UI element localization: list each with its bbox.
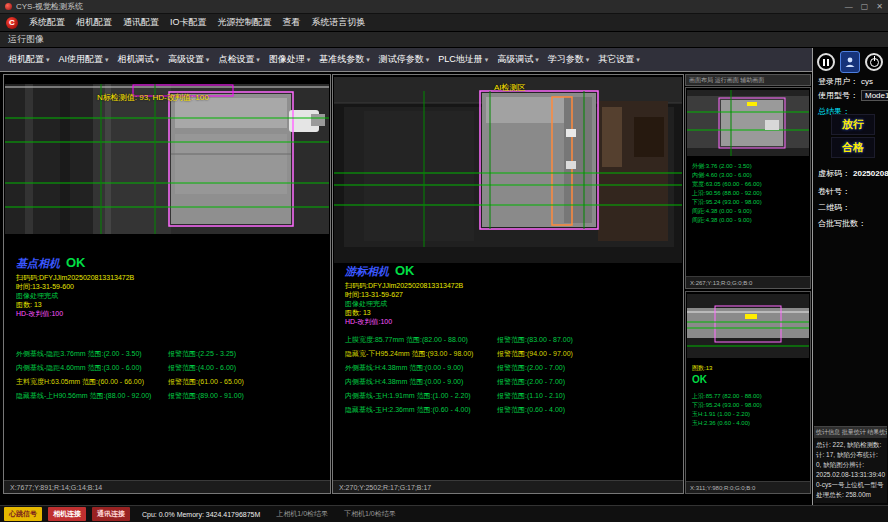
tab-other-settings[interactable]: 其它设置	[594, 51, 643, 68]
left-overlay-label: N标检测值: 93, HD-改判值: 100	[97, 92, 209, 103]
aux-measurement: 宽度:63.05 (60.00 - 66.00)	[692, 180, 762, 189]
window-title: CYS-视觉检测系统	[16, 1, 83, 12]
power-button[interactable]	[865, 53, 883, 71]
cpu-memory-readout: Cpu: 0.0% Memory: 3424.41796875M	[142, 511, 260, 518]
stat-line: 计: 17, 缺陷分布统计:	[816, 450, 885, 460]
qr-code-label: 二维码：	[818, 202, 850, 213]
aux-measurement: 玉H:2.36 (0.60 - 4.00)	[692, 419, 762, 428]
tab-test-params[interactable]: 测试停参数	[375, 51, 433, 68]
tab-image-processing[interactable]: 图像处理	[265, 51, 314, 68]
statistics-lines: 总计: 222, 缺陷检测数: 计: 17, 缺陷分布统计: 0, 缺陷图分辨计…	[814, 438, 887, 502]
measurement-alarm: 报警范围:(2.00 - 7.00)	[497, 377, 565, 387]
measurement-row: 隐藏基线-玉H:2.36mm 范围:(0.60 - 4.00) 报警范围:(0.…	[345, 403, 573, 417]
aux-measurement: 下沿:95.24 (93.00 - 98.00)	[692, 198, 762, 207]
stat-line: 2025.02.08-13:31:39:40	[816, 470, 885, 480]
measurement-row: 外侧基线:H:4.38mm 范围:(0.00 - 9.00) 报警范围:(2.0…	[345, 361, 573, 375]
tab-advanced-settings[interactable]: 高级设置	[164, 51, 213, 68]
measurement-value: 外侧基线:H:4.38mm 范围:(0.00 - 9.00)	[345, 363, 497, 373]
aux-column-header: 画面布局 运行画面 辅助画面	[685, 74, 811, 86]
measurement-row: 内侧基线-玉H:1.91mm 范围:(1.00 - 2.20) 报警范围:(1.…	[345, 389, 573, 403]
menu-view[interactable]: 查看	[283, 16, 301, 29]
left-status-badge: OK	[66, 255, 86, 270]
result-box-2: 合格	[831, 137, 875, 158]
camera-view-left[interactable]: N标检测值: 93, HD-改判值: 100	[5, 84, 329, 234]
model-label: 使用型号：	[818, 90, 858, 101]
left-barcode: 扫码码:DFYJJim2025020813313472B	[16, 273, 134, 282]
camera-view-aux-top[interactable]	[687, 90, 809, 160]
measurement-value: 上膜宽度:85.77mm 范围:(82.00 - 88.00)	[345, 335, 497, 345]
aux-measurement: 外侧:3.76 (2.00 - 3.50)	[692, 162, 762, 171]
tab-learning-params[interactable]: 学习参数	[544, 51, 593, 68]
app-icon	[5, 3, 12, 10]
stat-line: 处理总长: 258.00m	[816, 490, 885, 500]
center-measurements: 上膜宽度:85.77mm 范围:(82.00 - 88.00) 报警范围:(83…	[345, 333, 573, 417]
measurement-alarm: 报警范围:(61.00 - 65.00)	[168, 377, 244, 387]
login-user-label: 登录用户：	[818, 76, 858, 87]
app-window: CYS-视觉检测系统 — ▢ ✕ C 系统配置 相机配置 通讯配置 IO卡配置 …	[0, 0, 888, 522]
model-select[interactable]: Mode11	[861, 90, 888, 101]
menu-system-config[interactable]: 系统配置	[29, 16, 65, 29]
aux-measurement: 间距:4.38 (0.00 - 9.00)	[692, 207, 762, 216]
aux-bottom-image-count: 图数:13	[692, 364, 712, 373]
center-image-count: 图数: 13	[345, 308, 463, 317]
measurement-alarm: 报警范围:(89.00 - 91.00)	[168, 391, 244, 401]
left-time: 时间:13-31-59-600	[16, 282, 134, 291]
aux-top-measurements: 外侧:3.76 (2.00 - 3.50) 内侧:4.60 (3.00 - 6.…	[692, 162, 762, 225]
camera-view-aux-bottom[interactable]	[687, 294, 809, 362]
menu-io-config[interactable]: IO卡配置	[170, 16, 207, 29]
status-bar: 心跳信号 相机连接 通讯连接 Cpu: 0.0% Memory: 3424.41…	[0, 505, 888, 522]
tab-ai-config[interactable]: AI使用配置	[54, 51, 112, 68]
comm-connection-badge: 通讯连接	[92, 507, 130, 521]
aux-measurement: 下沿:95.24 (93.00 - 98.00)	[692, 401, 762, 410]
stat-line: 0-cys一号上位机一型号	[816, 480, 885, 490]
tab-baseline-params[interactable]: 基准线参数	[315, 51, 373, 68]
login-user-value: cys	[861, 77, 873, 86]
left-alert-line: HD-改判值:100	[16, 309, 134, 318]
minimize-button[interactable]: —	[845, 2, 853, 12]
pause-icon	[823, 59, 829, 66]
center-status-badge: OK	[395, 263, 415, 278]
close-button[interactable]: ✕	[876, 2, 883, 12]
result-box-1: 放行	[831, 114, 875, 135]
camera-connection-badge: 相机连接	[48, 507, 86, 521]
menu-bar: C 系统配置 相机配置 通讯配置 IO卡配置 光源控制配置 查看 系统语言切换	[0, 14, 888, 32]
tab-advanced-debug[interactable]: 高级调试	[493, 51, 542, 68]
menu-light-config[interactable]: 光源控制配置	[218, 16, 272, 29]
menu-camera-config[interactable]: 相机配置	[76, 16, 112, 29]
login-user-button[interactable]	[840, 51, 860, 73]
left-pixel-readout: X:7677;Y:891;R:14;G:14;B:14	[4, 480, 330, 493]
measurement-row: 隐藏基线-上H90.56mm 范围:(88.00 - 92.00) 报警范围:(…	[16, 389, 244, 403]
menu-comm-config[interactable]: 通讯配置	[123, 16, 159, 29]
spindle-number-label: 卷针号：	[818, 186, 850, 197]
batch-write-label: 合批写批数：	[818, 218, 866, 229]
left-process-status: 图像处理完成	[16, 291, 134, 300]
camera-panel-left: N标检测值: 93, HD-改判值: 100 基点相机 OK 扫码码:DFYJJ…	[3, 74, 331, 494]
left-measurements: 外侧基线-隐距3.76mm 范围:(2.00 - 3.50) 报警范围:(2.2…	[16, 347, 244, 403]
tab-camera-config[interactable]: 相机配置	[4, 51, 53, 68]
aux-panel-top: 外侧:3.76 (2.00 - 3.50) 内侧:4.60 (3.00 - 6.…	[685, 87, 811, 289]
tab-spot-check[interactable]: 点检设置	[214, 51, 263, 68]
app-logo-icon: C	[6, 17, 18, 29]
center-pixel-readout: X:270;Y:2502;R:17;G:17;B:17	[333, 480, 683, 493]
toolbar: 相机配置 AI使用配置 相机调试 高级设置 点检设置 图像处理 基准线参数 测试…	[0, 48, 812, 72]
camera-view-center[interactable]: AI检测区	[334, 77, 682, 263]
aux-panel-bottom: 图数:13 OK 上沿:85.77 (82.00 - 88.00) 下沿:95.…	[685, 291, 811, 494]
lower-camera-result-label: 下相机1/0检结果	[344, 509, 396, 519]
tab-plc-address[interactable]: PLC地址册	[434, 51, 492, 68]
camera-panel-center: AI检测区 游标相机 OK 扫码码:DFYJJim202502081331347…	[332, 74, 684, 494]
maximize-button[interactable]: ▢	[861, 2, 869, 12]
center-time: 时间:13-31-59-627	[345, 290, 463, 299]
center-info-block: 扫码码:DFYJJim2025020813313472B 时间:13-31-59…	[345, 281, 463, 326]
measurement-alarm: 报警范围:(4.00 - 6.00)	[168, 363, 236, 373]
stat-line: 总计: 222, 缺陷检测数:	[816, 440, 885, 450]
left-image-count: 图数: 13	[16, 300, 134, 309]
measurement-value: 隐藏宽-下H95.24mm 范围:(93.00 - 98.00)	[345, 349, 497, 359]
aux-measurement: 内侧:4.60 (3.00 - 6.00)	[692, 171, 762, 180]
tab-camera-debug[interactable]: 相机调试	[113, 51, 162, 68]
menu-language-switch[interactable]: 系统语言切换	[312, 16, 366, 29]
pause-button[interactable]	[817, 53, 835, 71]
camera-image-aux-bottom	[687, 294, 809, 358]
heartbeat-status-badge: 心跳信号	[4, 507, 42, 521]
sidebar: 登录用户： cys 使用型号： Mode11 总结果： 放行 合格 虚标码： 2…	[812, 48, 888, 505]
measurement-row: 内侧基线-隐距4.60mm 范围:(3.00 - 6.00) 报警范围:(4.0…	[16, 361, 244, 375]
